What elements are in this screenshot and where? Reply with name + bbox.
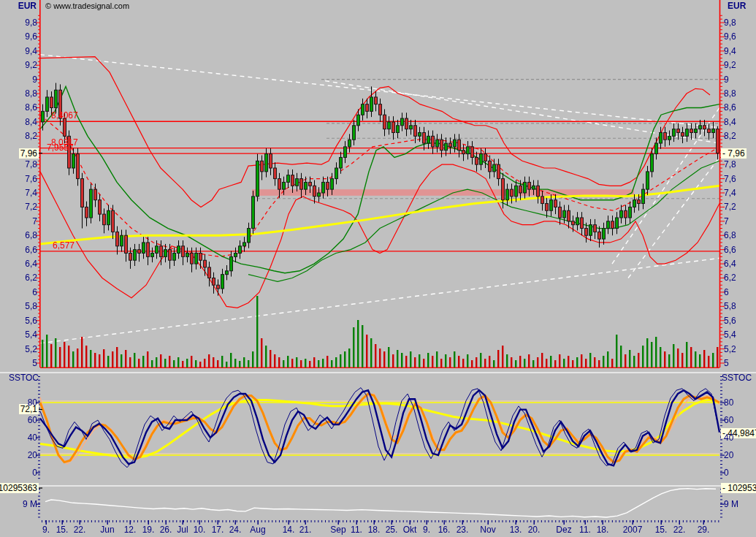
price-tick-label-left: 9,8 [2,18,37,27]
sstoc-tick-label-left: 60 [2,416,37,424]
price-tick-label-right: 7 [724,217,729,226]
date-axis-label: 23. [457,525,469,535]
date-axis-label: 22. [74,525,86,535]
last-price-badge-left: 7,96 [19,148,39,159]
price-tick-label-left: 9,4 [2,47,37,56]
date-axis-label: 22. [673,525,686,535]
price-tick-label-left: 6,2 [2,273,37,282]
price-tick-label-right: 5 [724,359,729,367]
price-tick-label-right: 6,4 [724,259,736,268]
sstoc-panel-title-right: SSTOC [722,373,752,383]
date-axis-label: 11. [351,525,362,535]
price-tick-label-right: 9 [724,75,729,84]
sstoc-tick-label-right: 20 [724,451,733,460]
price-tick-label-right: 9,8 [724,18,736,27]
price-tick-label-left: 5,4 [2,330,37,339]
price-tick-label-right: 7,6 [724,175,736,183]
price-tick-label-left: 5 [2,359,37,367]
price-tick-label-right: 7,4 [724,188,736,197]
date-axis-label: 16. [438,525,451,535]
sstoc-tick-label-right: 0 [724,468,729,477]
date-axis-label: 18. [368,525,381,535]
sstoc-tick-label-right: 80 [724,398,733,407]
date-axis-label: 10. [194,525,206,535]
price-tick-label-right: 7,8 [724,160,736,169]
price-tick-label-right: 8,6 [724,103,736,112]
date-axis-label: 15. [655,525,668,535]
date-axis-label: 14. [283,525,295,535]
sstoc-tick-label-left: 40 [2,433,37,442]
date-axis-label: 20. [528,525,541,535]
price-tick-label-right: 5,4 [724,330,736,339]
volume-tick-label-left: 9 M [2,500,37,509]
date-axis-label: 26. [160,525,172,535]
sstoc-tick-label-left: 0 [2,468,37,477]
date-axis-label: Okt [403,525,417,535]
date-axis-label: 9. [42,525,50,535]
sstoc-panel-title-left: SSTOC [9,373,39,383]
date-axis-label: 12. [124,525,137,535]
price-tick-label-left: 5,2 [2,345,37,354]
price-tick-label-left: 5,6 [2,316,37,325]
sstoc-tick-label-left: 20 [2,451,37,460]
date-axis-label: Dez [556,525,571,535]
price-tick-label-right: 6,6 [724,245,736,254]
price-tick-label-right: 5,2 [724,345,736,354]
price-level-label: 8,4067 [51,111,78,121]
price-tick-label-left: 8,8 [2,89,37,98]
copyright: © www.tradesignal.com [45,1,129,11]
price-tick-label-right: 6,2 [724,273,736,282]
chart-canvas[interactable] [0,0,756,537]
price-level-label: 6,577 [53,241,75,251]
date-axis-label: Nov [480,525,495,535]
date-axis-label: 2007 [623,525,643,535]
price-tick-label-right: 9,2 [724,61,736,69]
price-tick-label-left: 9 [2,75,37,84]
date-axis-label: Sep [330,525,345,535]
tradesignal-chart-window: EUR © www.tradesignal.com EUR SSTOC SSTO… [0,0,756,537]
date-axis-label: 17. [212,525,224,535]
price-tick-label-left: 7,6 [2,175,37,183]
price-tick-label-right: 5,8 [724,302,736,311]
price-tick-label-left: 6,8 [2,231,37,240]
price-tick-label-left: 6,6 [2,245,37,254]
price-tick-label-left: 7 [2,217,37,226]
price-level-label: 7,9557 [47,143,74,153]
sstoc-tick-label-right: 40 [724,433,733,442]
price-tick-label-left: 9,6 [2,32,37,41]
price-tick-label-left: 7,8 [2,160,37,169]
date-axis-label: 11. [579,525,591,535]
date-axis-label: 15. [56,525,69,535]
price-tick-label-right: 5,6 [724,316,736,325]
price-tick-label-right: 7,2 [724,202,736,211]
price-tick-label-right: 6,8 [724,231,736,240]
price-tick-label-right: 9,4 [724,47,736,56]
date-axis-label: 9. [423,525,430,535]
sstoc-tick-label-right: 60 [724,416,733,424]
price-tick-label-left: 6,4 [2,259,37,268]
volume-value-badge-left: 10295363 [0,483,39,493]
sstoc-tick-label-left: 80 [2,398,37,407]
date-axis-label: Aug [250,525,265,535]
price-tick-label-left: 8,6 [2,103,37,112]
date-axis-label: 13. [510,525,522,535]
price-tick-label-right: 8,4 [724,118,736,126]
price-tick-label-left: 9,2 [2,61,37,69]
date-axis-label: 24. [229,525,242,535]
price-tick-label-right: 8,8 [724,89,736,98]
volume-tick-label-right: 9 M [724,500,738,509]
price-tick-label-left: 8,4 [2,118,37,126]
price-axis-currency-right: EUR [728,1,746,11]
price-tick-label-left: 6 [2,288,37,297]
date-axis-label: 25. [386,525,398,535]
date-axis-label: 29. [698,525,710,535]
date-axis-label: Jun [100,525,114,535]
price-tick-label-right: 6 [724,288,729,297]
price-tick-label-right: 8,2 [724,132,736,140]
price-tick-label-right: 9,6 [724,32,736,41]
price-tick-label-left: 7,2 [2,202,37,211]
date-axis-label: 19. [142,525,155,535]
price-axis-currency-left: EUR [18,1,37,11]
last-price-badge-right: - 7,96 [721,148,747,159]
volume-value-badge-right: - 10295363 [721,483,756,493]
